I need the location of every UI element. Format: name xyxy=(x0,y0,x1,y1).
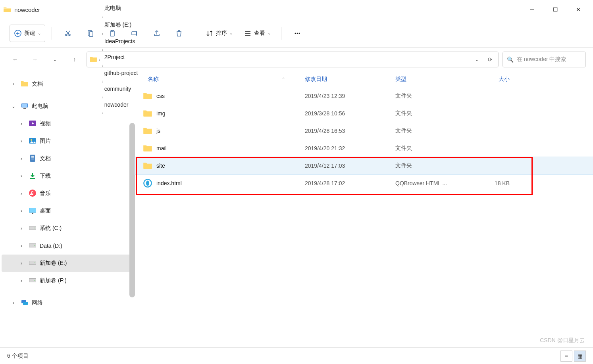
file-type: 文件夹 xyxy=(395,110,470,117)
item-count: 6 个项目 xyxy=(7,353,29,360)
more-button[interactable] xyxy=(288,25,307,42)
file-row[interactable]: img 2019/3/28 10:56 文件夹 xyxy=(135,105,593,122)
sidebar-item[interactable]: ›网络 xyxy=(2,294,133,312)
col-type[interactable]: 类型 xyxy=(395,76,470,83)
expand-icon[interactable]: › xyxy=(17,208,25,214)
svg-rect-18 xyxy=(29,208,36,212)
navigation-pane[interactable]: ›文档⌄此电脑›视频›图片›文档›下载›音乐›桌面›系统 (C:)›Data (… xyxy=(0,71,135,347)
column-headers[interactable]: 名称⌃ 修改日期 类型 大小 xyxy=(135,71,593,87)
file-type: QQBrowser HTML ... xyxy=(395,180,470,186)
svg-point-16 xyxy=(29,190,36,197)
expand-icon[interactable]: › xyxy=(17,138,25,144)
drive-icon xyxy=(29,276,37,285)
video-icon xyxy=(29,119,37,128)
expand-icon[interactable]: › xyxy=(17,173,25,179)
sidebar-item-label: 视频 xyxy=(40,120,51,127)
file-name: site xyxy=(152,163,305,169)
recent-button[interactable]: ⌄ xyxy=(47,52,63,67)
sidebar-item[interactable]: ›Data (D:) xyxy=(2,237,133,255)
file-name: index.html xyxy=(152,180,305,186)
col-date[interactable]: 修改日期 xyxy=(305,76,395,83)
expand-icon[interactable]: › xyxy=(10,81,17,87)
details-view-button[interactable]: ≡ xyxy=(560,351,572,362)
music-icon xyxy=(29,189,37,198)
svg-point-28 xyxy=(35,262,35,263)
sidebar-item[interactable]: ›视频 xyxy=(2,115,133,132)
expand-icon[interactable]: › xyxy=(17,243,25,249)
delete-button[interactable] xyxy=(169,25,189,42)
expand-icon[interactable]: › xyxy=(10,300,17,306)
expand-icon[interactable]: › xyxy=(17,278,25,284)
minimize-button[interactable]: ─ xyxy=(521,2,544,17)
new-button[interactable]: 新建 ⌄ xyxy=(10,25,45,42)
col-size[interactable]: 大小 xyxy=(470,76,518,83)
sidebar-item[interactable]: ›系统 (C:) xyxy=(2,220,133,237)
sidebar-item[interactable]: ›新加卷 (F:) xyxy=(2,272,133,289)
breadcrumb-item[interactable]: 2Project xyxy=(102,52,141,62)
file-row[interactable]: site 2019/4/12 17:03 文件夹 xyxy=(135,157,593,174)
sidebar-item[interactable]: ›文档 xyxy=(2,75,133,93)
up-button[interactable]: ↑ xyxy=(67,52,83,67)
close-button[interactable]: ✕ xyxy=(567,2,590,17)
sidebar-item[interactable]: ›音乐 xyxy=(2,185,133,202)
sort-button[interactable]: 排序 ⌄ xyxy=(202,25,237,42)
sidebar-item[interactable]: ›文档 xyxy=(2,150,133,167)
back-button[interactable]: ← xyxy=(7,52,23,67)
expand-icon[interactable]: ⌄ xyxy=(10,103,17,109)
folder-icon xyxy=(143,162,152,169)
chevron-down-icon: ⌄ xyxy=(268,31,271,35)
address-row: ← → ⌄ ↑ › 此电脑›新加卷 (E:)›IdeaProjects›2Pro… xyxy=(0,48,593,71)
sidebar-item-label: Data (D:) xyxy=(40,243,62,249)
sidebar-item[interactable]: ›图片 xyxy=(2,132,133,150)
sidebar-item-label: 图片 xyxy=(40,138,51,145)
icons-view-button[interactable]: ▦ xyxy=(574,351,586,362)
search-input[interactable]: 🔍 在 nowcoder 中搜索 xyxy=(503,52,586,67)
separator xyxy=(281,27,281,40)
svg-point-7 xyxy=(297,33,298,34)
sidebar-item[interactable]: ›桌面 xyxy=(2,202,133,220)
separator xyxy=(195,27,195,40)
sidebar-scrollbar[interactable] xyxy=(129,123,135,297)
expand-icon[interactable]: › xyxy=(17,156,25,161)
breadcrumb-item[interactable]: 此电脑 xyxy=(102,3,141,13)
share-icon xyxy=(153,29,161,37)
svg-rect-15 xyxy=(30,155,35,162)
chevron-right-icon: › xyxy=(102,63,104,68)
file-list[interactable]: css 2019/4/23 12:39 文件夹 img 2019/3/28 10… xyxy=(135,87,593,347)
sort-label: 排序 xyxy=(216,30,227,37)
sidebar-item-label: 系统 (C:) xyxy=(40,225,62,232)
image-icon xyxy=(29,137,37,146)
file-row[interactable]: js 2019/4/28 16:53 文件夹 xyxy=(135,122,593,140)
breadcrumb-item[interactable]: IdeaProjects xyxy=(102,36,141,46)
col-name[interactable]: 名称 xyxy=(148,76,159,83)
expand-icon[interactable]: › xyxy=(17,226,25,231)
sidebar-item[interactable]: ⌄此电脑 xyxy=(2,98,133,115)
svg-point-14 xyxy=(31,139,32,141)
address-bar[interactable]: › 此电脑›新加卷 (E:)›IdeaProjects›2Project›git… xyxy=(87,52,499,67)
main-area: ›文档⌄此电脑›视频›图片›文档›下载›音乐›桌面›系统 (C:)›Data (… xyxy=(0,71,593,347)
search-icon: 🔍 xyxy=(507,56,514,63)
copy-button[interactable] xyxy=(81,25,100,42)
ellipsis-icon xyxy=(293,29,301,37)
share-button[interactable] xyxy=(147,25,166,42)
file-row[interactable]: index.html 2019/4/28 17:02 QQBrowser HTM… xyxy=(135,174,593,192)
sidebar-item[interactable]: ›下载 xyxy=(2,167,133,185)
cut-button[interactable] xyxy=(58,25,77,42)
breadcrumb-item[interactable]: 新加卷 (E:) xyxy=(102,20,141,30)
file-row[interactable]: mail 2019/4/20 21:32 文件夹 xyxy=(135,140,593,157)
view-button[interactable]: 查看 ⌄ xyxy=(240,25,275,42)
refresh-button[interactable]: ⟳ xyxy=(485,52,496,67)
forward-button[interactable]: → xyxy=(27,52,43,67)
svg-rect-10 xyxy=(22,104,27,107)
maximize-button[interactable]: ☐ xyxy=(544,2,567,17)
folder-icon xyxy=(21,80,29,89)
file-row[interactable]: css 2019/4/23 12:39 文件夹 xyxy=(135,87,593,105)
chevron-right-icon: › xyxy=(102,31,104,36)
expand-icon[interactable]: › xyxy=(17,121,25,126)
expand-icon[interactable]: › xyxy=(17,261,25,266)
expand-icon[interactable]: › xyxy=(17,191,25,196)
file-date: 2019/4/12 17:03 xyxy=(305,163,395,169)
history-button[interactable]: ⌄ xyxy=(471,52,482,67)
sidebar-item[interactable]: ›新加卷 (E:) xyxy=(2,255,133,272)
folder-icon xyxy=(89,56,97,63)
